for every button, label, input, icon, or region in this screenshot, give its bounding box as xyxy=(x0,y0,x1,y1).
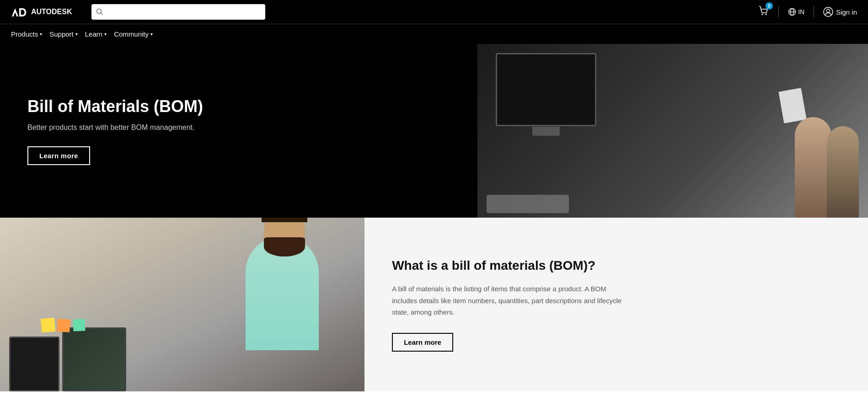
hero-section: Bill of Materials (BOM) Better products … xyxy=(0,44,868,218)
svg-point-8 xyxy=(827,9,830,12)
nav-item-products[interactable]: Products ▾ xyxy=(11,24,49,44)
sticky-note-1 xyxy=(41,318,56,333)
nav-item-learn[interactable]: Learn ▾ xyxy=(85,24,114,44)
svg-point-3 xyxy=(766,14,767,15)
top-bar: AUTODESK 0 IN xyxy=(0,0,868,24)
sign-in-button[interactable]: Sign in xyxy=(823,7,857,17)
nav-divider xyxy=(778,6,779,17)
man-hair xyxy=(262,218,307,222)
svg-point-7 xyxy=(824,7,833,16)
globe-icon xyxy=(788,8,796,16)
monitor-center xyxy=(62,327,126,391)
nav-item-support[interactable]: Support ▾ xyxy=(49,24,85,44)
hero-image-sim xyxy=(477,44,868,218)
search-input[interactable] xyxy=(106,8,261,16)
monitor-decoration xyxy=(496,53,596,126)
svg-point-2 xyxy=(762,14,763,15)
content-text-area: What is a bill of materials (BOM)? A bil… xyxy=(364,218,868,391)
nav-divider2 xyxy=(814,6,814,17)
content-title: What is a bill of materials (BOM)? xyxy=(392,257,841,274)
cart-button[interactable]: 0 xyxy=(758,5,769,19)
nav-learn-label: Learn xyxy=(85,24,102,44)
monitor-left xyxy=(9,337,59,391)
svg-point-0 xyxy=(97,9,102,14)
hero-image xyxy=(477,44,868,218)
svg-line-1 xyxy=(101,13,103,15)
logo-text: AUTODESK xyxy=(31,8,72,16)
nav-item-community[interactable]: Community ▾ xyxy=(114,24,160,44)
content-description: A bill of materials is the listing of it… xyxy=(392,283,630,318)
hero-content: Bill of Materials (BOM) Better products … xyxy=(0,44,477,218)
nav-support-label: Support xyxy=(49,24,74,44)
sticky-note-3 xyxy=(73,319,86,331)
nav-bar: Products ▾ Support ▾ Learn ▾ Community ▾ xyxy=(0,24,868,44)
hero-subtitle: Better products start with better BOM ma… xyxy=(27,123,450,132)
hero-learn-more-button[interactable]: Learn more xyxy=(27,146,90,165)
person-silhouette-2 xyxy=(827,126,859,218)
content-learn-more-button[interactable]: Learn more xyxy=(392,333,453,352)
paper-decoration xyxy=(778,88,806,123)
monitor-screen xyxy=(64,329,125,390)
search-bar[interactable] xyxy=(91,4,265,20)
chevron-down-icon: ▾ xyxy=(40,24,42,44)
logo[interactable]: AUTODESK xyxy=(11,6,84,17)
region-label: IN xyxy=(798,8,804,16)
region-selector[interactable]: IN xyxy=(788,8,804,16)
content-section: What is a bill of materials (BOM)? A bil… xyxy=(0,218,868,391)
content-image xyxy=(0,218,364,391)
user-icon xyxy=(823,7,833,17)
sticky-note-2 xyxy=(57,319,70,332)
autodesk-logo-icon xyxy=(11,6,27,17)
search-icon xyxy=(96,8,103,16)
chevron-down-icon: ▾ xyxy=(150,24,153,44)
chevron-down-icon: ▾ xyxy=(104,24,107,44)
sign-in-label: Sign in xyxy=(836,8,857,16)
man-beard xyxy=(264,237,305,257)
person-silhouette-1 xyxy=(795,117,831,218)
chevron-down-icon: ▾ xyxy=(75,24,78,44)
nav-community-label: Community xyxy=(114,24,149,44)
nav-products-label: Products xyxy=(11,24,38,44)
top-bar-right: 0 IN Sign in xyxy=(758,5,857,19)
hero-title: Bill of Materials (BOM) xyxy=(27,96,450,116)
keyboard-decoration xyxy=(487,195,569,213)
cart-badge: 0 xyxy=(766,2,773,10)
